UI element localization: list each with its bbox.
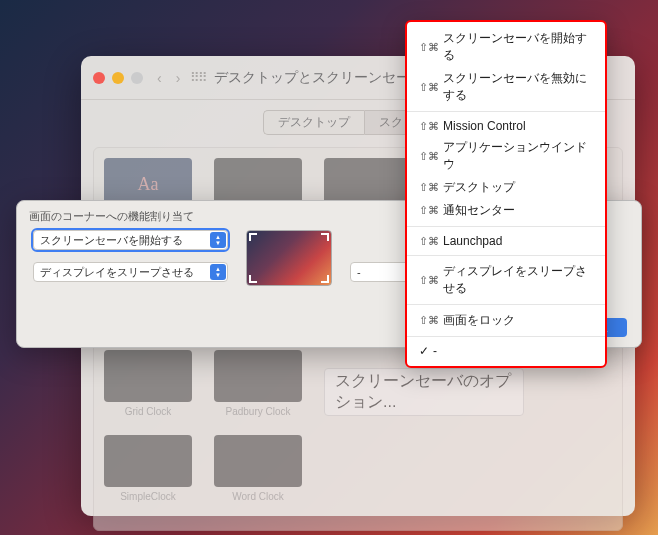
forward-icon[interactable]: › [176, 70, 181, 86]
back-icon[interactable]: ‹ [157, 70, 162, 86]
ss-item[interactable]: Grid Clock [104, 350, 192, 417]
ss-item[interactable]: Padbury Clock [214, 350, 302, 417]
menu-item[interactable]: ⇧⌘アプリケーションウインドウ [407, 136, 605, 176]
menu-item[interactable]: ⇧⌘通知センター [407, 199, 605, 222]
menu-item[interactable]: ⇧⌘Mission Control [407, 116, 605, 136]
nav-arrows: ‹ › [157, 70, 180, 86]
corner-bl-dropdown[interactable]: ディスプレイをスリープさせる▲▼ [33, 262, 228, 282]
corner-marker-icon [321, 233, 329, 241]
menu-separator [407, 336, 605, 337]
ss-item[interactable]: SimpleClock [104, 435, 192, 502]
screen-preview [246, 230, 332, 286]
check-icon: ✓ [419, 344, 429, 358]
menu-item[interactable]: ⇧⌘デスクトップ [407, 176, 605, 199]
menu-item-selected[interactable]: ✓- [407, 341, 605, 361]
corner-tl-dropdown[interactable]: スクリーンセーバを開始する▲▼ [33, 230, 228, 250]
menu-item[interactable]: ⇧⌘画面をロック [407, 309, 605, 332]
minimize-icon[interactable] [112, 72, 124, 84]
menu-separator [407, 111, 605, 112]
menu-separator [407, 226, 605, 227]
menu-item[interactable]: ⇧⌘スクリーンセーバを無効にする [407, 67, 605, 107]
menu-separator [407, 255, 605, 256]
corner-marker-icon [321, 275, 329, 283]
ss-item[interactable]: Word Clock [214, 435, 302, 502]
corner-marker-icon [249, 233, 257, 241]
menu-separator [407, 304, 605, 305]
menu-item[interactable]: ⇧⌘スクリーンセーバを開始する [407, 27, 605, 67]
chevron-updown-icon: ▲▼ [210, 264, 226, 280]
window-title: デスクトップとスクリーンセー [214, 69, 410, 87]
tab-desktop[interactable]: デスクトップ [263, 110, 364, 135]
close-icon[interactable] [93, 72, 105, 84]
corner-marker-icon [249, 275, 257, 283]
zoom-icon[interactable] [131, 72, 143, 84]
corner-action-menu: ⇧⌘スクリーンセーバを開始する ⇧⌘スクリーンセーバを無効にする ⇧⌘Missi… [405, 20, 607, 368]
menu-item[interactable]: ⇧⌘ディスプレイをスリープさせる [407, 260, 605, 300]
grid-icon[interactable]: ⠿⠿ [190, 70, 206, 85]
chevron-updown-icon: ▲▼ [210, 232, 226, 248]
menu-item[interactable]: ⇧⌘Launchpad [407, 231, 605, 251]
traffic-lights [93, 72, 143, 84]
